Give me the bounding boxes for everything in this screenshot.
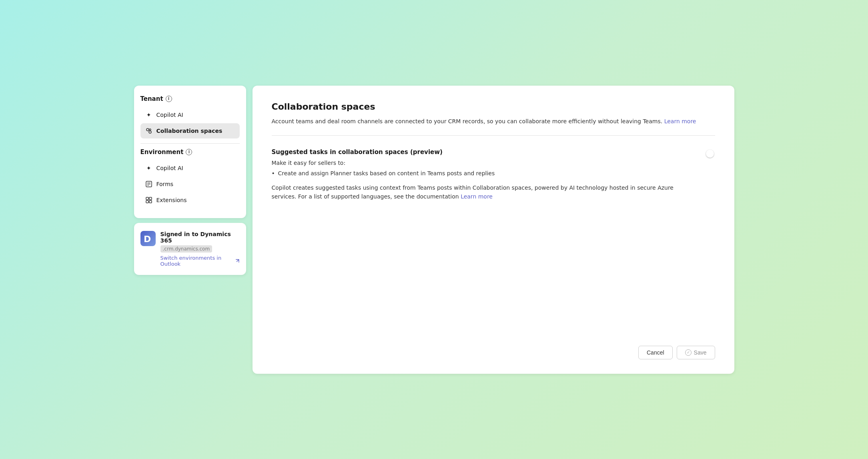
sidebar-item-label: Copilot AI — [156, 112, 183, 118]
feature-subtitle: Make it easy for sellers to: — [272, 160, 699, 166]
save-button[interactable]: ✓ Save — [677, 346, 715, 359]
footer-buttons: Cancel ✓ Save — [638, 346, 715, 359]
switch-environments-link[interactable]: Switch environments in Outlook — [160, 255, 240, 267]
signed-in-card: D Signed in to Dynamics 365 .crm.dynamic… — [134, 223, 246, 275]
page-description: Account teams and deal room channels are… — [272, 117, 715, 126]
sidebar-item-copilot-ai-env[interactable]: ✦ Copilot AI — [140, 160, 240, 176]
environment-info-icon[interactable]: i — [186, 149, 192, 155]
sidebar-item-label: Forms — [156, 181, 174, 187]
signed-in-title: Signed in to Dynamics 365 — [160, 231, 240, 244]
feature-title: Suggested tasks in collaboration spaces … — [272, 148, 699, 156]
content-divider — [272, 135, 715, 136]
collab-icon — [145, 127, 152, 134]
environment-label: Environment — [140, 148, 184, 156]
save-check-icon: ✓ — [685, 349, 692, 356]
svg-point-0 — [146, 128, 149, 131]
extensions-icon — [145, 196, 152, 204]
sidebar-item-collaboration-spaces[interactable]: Collaboration spaces — [140, 123, 240, 138]
sidebar-item-label: Copilot AI — [156, 165, 183, 171]
sidebar: Tenant i ✦ Copilot AI Collaboration spac… — [134, 86, 246, 275]
feature-description: Copilot creates suggested tasks using co… — [272, 183, 699, 201]
sidebar-item-forms[interactable]: Forms — [140, 176, 240, 192]
tenant-label: Tenant — [140, 95, 163, 102]
section-divider — [140, 143, 240, 144]
sidebar-item-label: Extensions — [156, 197, 187, 203]
environment-section-header: Environment i — [140, 148, 240, 156]
svg-rect-7 — [146, 197, 148, 200]
svg-point-1 — [149, 131, 151, 133]
feature-list: Create and assign Planner tasks based on… — [272, 169, 699, 178]
svg-rect-10 — [149, 200, 152, 203]
list-item: Create and assign Planner tasks based on… — [272, 169, 699, 178]
feature-section: Suggested tasks in collaboration spaces … — [272, 148, 715, 201]
tenant-info-icon[interactable]: i — [166, 96, 172, 102]
page-title: Collaboration spaces — [272, 102, 715, 112]
signed-in-text: Signed in to Dynamics 365 .crm.dynamics.… — [160, 231, 240, 267]
sidebar-nav: Tenant i ✦ Copilot AI Collaboration spac… — [134, 86, 246, 218]
sparkle-icon: ✦ — [145, 164, 152, 172]
sidebar-item-copilot-ai-tenant[interactable]: ✦ Copilot AI — [140, 107, 240, 122]
forms-icon — [145, 180, 152, 188]
learn-more-link-header[interactable]: Learn more — [664, 118, 696, 124]
sidebar-item-extensions[interactable]: Extensions — [140, 192, 240, 208]
learn-more-link-feature[interactable]: Learn more — [461, 193, 493, 200]
svg-rect-8 — [149, 197, 152, 200]
svg-text:D: D — [144, 234, 151, 244]
signed-in-email: .crm.dynamics.com — [160, 245, 212, 253]
main-content: Collaboration spaces Account teams and d… — [253, 86, 734, 374]
tenant-section-header: Tenant i — [140, 95, 240, 102]
feature-content: Suggested tasks in collaboration spaces … — [272, 148, 699, 201]
cancel-button[interactable]: Cancel — [638, 346, 673, 359]
external-link-icon — [235, 259, 240, 263]
sparkle-icon: ✦ — [145, 111, 152, 118]
dynamics-logo: D — [140, 231, 156, 246]
app-container: Tenant i ✦ Copilot AI Collaboration spac… — [134, 86, 734, 374]
sidebar-item-label: Collaboration spaces — [156, 128, 223, 134]
svg-point-2 — [149, 129, 151, 130]
svg-rect-9 — [146, 200, 148, 203]
